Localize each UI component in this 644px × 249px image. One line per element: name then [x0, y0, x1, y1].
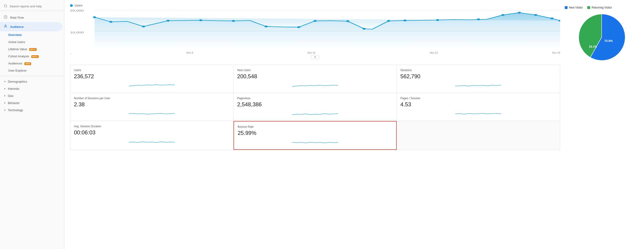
svg-point-16: [314, 20, 317, 22]
svg-point-20: [403, 19, 406, 21]
svg-point-18: [362, 28, 366, 30]
arrow-icon: ▼: [4, 87, 6, 90]
sparkline-users: [74, 81, 230, 88]
metric-card-users: Users 236,572: [70, 65, 234, 93]
sparkline-pageviews: [237, 110, 393, 116]
svg-point-24: [518, 12, 521, 13]
sparkline-sessions: [400, 81, 556, 88]
metric-label: New Users: [237, 69, 393, 72]
chart-series-label: Users: [75, 4, 82, 7]
sparkline-new-users: [237, 81, 393, 88]
sidebar-item-label: Real-Time: [10, 16, 24, 19]
metric-value: 2,548,386: [237, 101, 393, 108]
metric-value: 25.99%: [238, 130, 393, 136]
metric-card-pageviews: Pageviews 2,548,386: [234, 93, 397, 121]
svg-point-17: [346, 20, 350, 22]
sidebar-collapsible-geo[interactable]: ▼ Geo: [0, 92, 64, 99]
metrics-grid: Users 236,572 New Users 200,548 Sessions…: [70, 65, 560, 150]
new-visitor-label: New Visitor: [569, 6, 583, 9]
chart-header: Users: [70, 4, 560, 7]
pie-chart-wrapper: 70.9% 29.1%: [576, 12, 627, 63]
chart-container: 20,000 10,000: [70, 8, 560, 49]
sidebar-item-realtime[interactable]: Real-Time: [0, 13, 64, 22]
svg-point-11: [166, 20, 170, 22]
svg-point-14: [264, 25, 268, 27]
metric-card-pages-session: Pages / Session 4.53: [397, 93, 560, 121]
sparkline-spu: [74, 110, 230, 116]
pie-legend: New Visitor Returning Visitor: [565, 6, 638, 9]
sparkline-pps: [400, 110, 556, 116]
metric-label: Number of Sessions per User: [74, 97, 230, 100]
svg-point-21: [436, 19, 439, 21]
search-bar[interactable]: [0, 2, 64, 11]
sidebar-item-audience[interactable]: Audience: [0, 22, 62, 31]
metric-value: 200,548: [237, 73, 393, 80]
arrow-icon: ▼: [4, 80, 6, 83]
metric-value: 4.53: [400, 101, 556, 108]
svg-point-10: [142, 25, 145, 27]
svg-text:10,000: 10,000: [70, 31, 84, 34]
new-visitor-pct-label: 70.9%: [604, 39, 613, 42]
svg-line-1: [6, 7, 7, 7]
x-label-1: Nov 8: [186, 51, 193, 54]
metric-card-sessions: Sessions 562,790: [397, 65, 560, 93]
sidebar-collapsible-technology[interactable]: ▼ Technology: [0, 107, 64, 114]
svg-point-3: [5, 25, 6, 26]
svg-point-23: [502, 14, 505, 16]
separator: [0, 76, 64, 76]
returning-visitor-label: Returning Visitor: [592, 6, 612, 9]
chart-series-dot: [70, 4, 73, 7]
arrow-icon: ▼: [4, 109, 6, 111]
sparkline-bounce: [238, 138, 393, 145]
arrow-icon: ▼: [4, 102, 6, 104]
metric-value: 236,572: [74, 73, 230, 80]
new-badge-audiences: NEW: [24, 62, 31, 65]
svg-point-8: [93, 16, 96, 18]
returning-visitor-pct-label: 29.1%: [589, 45, 597, 48]
left-content: Users 20,000 10,000: [70, 4, 565, 150]
search-input[interactable]: [10, 4, 60, 8]
svg-point-13: [232, 20, 235, 22]
svg-point-15: [297, 26, 300, 28]
svg-point-22: [477, 18, 480, 20]
metric-label: Pageviews: [237, 97, 393, 100]
svg-point-19: [387, 20, 390, 22]
metric-card-empty: [397, 121, 560, 150]
sidebar-item-label: Audience: [10, 25, 24, 28]
collapse-chart-button[interactable]: ▼: [311, 55, 320, 59]
chart-x-labels: ... Nov 8 Nov 15 Nov 22 Nov 29: [70, 50, 560, 55]
content-wrapper: Users 20,000 10,000: [70, 4, 638, 150]
sidebar-sub-active-users[interactable]: Active Users: [0, 38, 64, 45]
x-label-2: Nov 15: [308, 51, 316, 54]
legend-new-visitor: New Visitor: [565, 6, 583, 9]
legend-returning-visitor: Returning Visitor: [587, 6, 612, 9]
metric-value: 00:06:03: [74, 129, 230, 136]
metric-value: 2.38: [74, 101, 230, 108]
metric-value: 562,790: [400, 73, 556, 80]
arrow-icon: ▼: [4, 95, 6, 97]
main-content: Users 20,000 10,000: [64, 0, 644, 249]
realtime-icon: [4, 15, 7, 20]
metric-card-sessions-per-user: Number of Sessions per User 2.38: [70, 93, 234, 121]
svg-point-26: [550, 17, 554, 19]
x-label-0: ...: [70, 51, 72, 54]
sidebar-collapsible-demographics[interactable]: ▼ Demographics: [0, 78, 64, 85]
metric-label: Users: [74, 69, 230, 72]
x-label-4: Nov 29: [552, 51, 560, 54]
metric-label: Avg. Session Duration: [74, 125, 230, 128]
new-visitor-dot: [565, 6, 568, 9]
metric-card-new-users: New Users 200,548: [234, 65, 397, 93]
sidebar-collapsible-behavior[interactable]: ▼ Behavior: [0, 99, 64, 107]
pie-chart: 70.9% 29.1%: [576, 12, 627, 63]
sidebar-sub-audiences[interactable]: Audiences NEW: [0, 60, 64, 67]
sidebar-sub-lifetime-value[interactable]: Lifetime Value BETA: [0, 45, 64, 53]
metric-label: Pages / Session: [400, 97, 556, 100]
sidebar-sub-cohort[interactable]: Cohort Analysis BETA: [0, 53, 64, 60]
sidebar-collapsible-interests[interactable]: ▼ Interests: [0, 85, 64, 92]
svg-point-12: [199, 19, 202, 21]
sidebar-sub-user-explorer[interactable]: User Explorer: [0, 67, 64, 74]
right-content: New Visitor Returning Visitor: [565, 4, 638, 150]
metric-card-avg-session: Avg. Session Duration 00:06:03: [70, 121, 234, 150]
svg-point-25: [534, 14, 537, 16]
sidebar-sub-overview[interactable]: Overview: [0, 31, 64, 38]
